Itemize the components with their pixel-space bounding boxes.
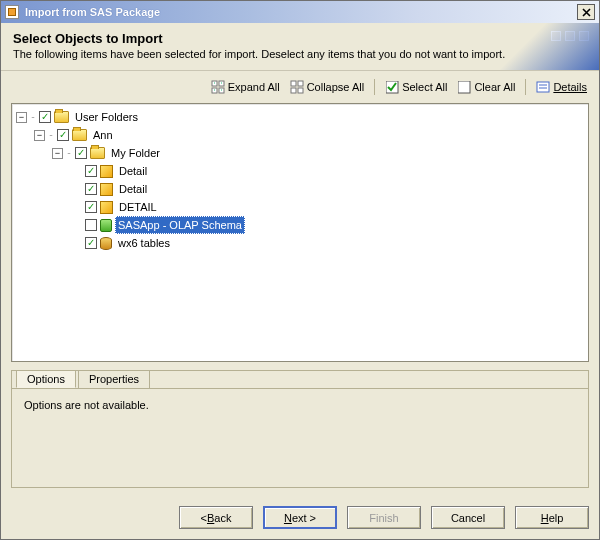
checkbox[interactable]: ✓ xyxy=(57,129,69,141)
finish-button: Finish xyxy=(347,506,421,529)
checkbox[interactable]: ✓ xyxy=(75,147,87,159)
tree-item[interactable]: ✓ DETAIL xyxy=(70,198,584,216)
select-all-icon xyxy=(385,80,399,94)
select-all-label: Select All xyxy=(402,81,447,93)
svg-rect-9 xyxy=(458,81,470,93)
tree-label: wx6 tables xyxy=(115,234,173,252)
checkbox[interactable]: ✓ xyxy=(39,111,51,123)
cube-icon xyxy=(100,201,113,214)
details-label: Details xyxy=(553,81,587,93)
options-message: Options are not available. xyxy=(24,399,149,411)
tree-label: Detail xyxy=(116,180,150,198)
expand-all-icon xyxy=(211,80,225,94)
tab-options[interactable]: Options xyxy=(16,370,76,388)
checkbox[interactable]: ✓ xyxy=(85,237,97,249)
expand-all-label: Expand All xyxy=(228,81,280,93)
svg-rect-5 xyxy=(298,81,303,86)
app-icon xyxy=(5,5,19,19)
checkbox[interactable]: ✓ xyxy=(85,201,97,213)
cube-icon xyxy=(100,183,113,196)
close-button[interactable] xyxy=(577,4,595,20)
next-button[interactable]: Next > xyxy=(263,506,337,529)
collapse-all-icon xyxy=(290,80,304,94)
svg-rect-6 xyxy=(291,88,296,93)
help-button[interactable]: Help xyxy=(515,506,589,529)
details-button[interactable]: Details xyxy=(536,80,587,94)
options-tabs: Options Properties xyxy=(12,370,588,388)
tree-label: SASApp - OLAP Schema xyxy=(115,216,245,234)
toolbar: Expand All Collapse All Select All Clear xyxy=(11,77,589,99)
tree-node-user-folders[interactable]: − ·· ✓ User Folders xyxy=(16,108,584,126)
toggle-collapse-icon[interactable]: − xyxy=(52,148,63,159)
expand-all-button[interactable]: Expand All xyxy=(211,80,280,94)
svg-rect-10 xyxy=(537,82,549,92)
page-title: Select Objects to Import xyxy=(13,31,587,46)
cube-icon xyxy=(100,165,113,178)
toggle-collapse-icon[interactable]: − xyxy=(34,130,45,141)
details-icon xyxy=(536,80,550,94)
title-bar: Import from SAS Package xyxy=(1,1,599,23)
folder-icon xyxy=(72,129,87,141)
tree-item-olap-schema[interactable]: SASApp - OLAP Schema xyxy=(70,216,584,234)
dialog-window: Import from SAS Package Select Objects t… xyxy=(0,0,600,540)
window-title: Import from SAS Package xyxy=(25,6,571,18)
tree-label: My Folder xyxy=(108,144,163,162)
collapse-all-button[interactable]: Collapse All xyxy=(290,80,364,94)
header-decoration xyxy=(551,31,589,41)
tree-item[interactable]: ✓ Detail xyxy=(70,180,584,198)
tree-item[interactable]: ✓ wx6 tables xyxy=(70,234,584,252)
toolbar-separator xyxy=(374,79,375,95)
close-icon xyxy=(582,8,591,17)
tree-label: User Folders xyxy=(72,108,141,126)
dialog-body: Expand All Collapse All Select All Clear xyxy=(1,71,599,498)
toolbar-separator xyxy=(525,79,526,95)
checkbox[interactable] xyxy=(85,219,97,231)
options-panel: Options Properties Options are not avail… xyxy=(11,370,589,488)
clear-all-label: Clear All xyxy=(474,81,515,93)
svg-rect-4 xyxy=(291,81,296,86)
tab-properties[interactable]: Properties xyxy=(78,370,150,388)
tree-label: DETAIL xyxy=(116,198,160,216)
wizard-footer: < Back Next > Finish Cancel Help xyxy=(1,498,599,539)
options-content: Options are not available. xyxy=(12,388,588,487)
wizard-header: Select Objects to Import The following i… xyxy=(1,23,599,71)
tree-node-ann[interactable]: − ·· ✓ Ann xyxy=(34,126,584,144)
objects-tree[interactable]: − ·· ✓ User Folders − ·· ✓ xyxy=(11,103,589,362)
tree-node-my-folder[interactable]: − ·· ✓ My Folder xyxy=(52,144,584,162)
checkbox[interactable]: ✓ xyxy=(85,165,97,177)
svg-rect-7 xyxy=(298,88,303,93)
tree-label: Ann xyxy=(90,126,116,144)
tree-label: Detail xyxy=(116,162,150,180)
tree-item[interactable]: ✓ Detail xyxy=(70,162,584,180)
library-icon xyxy=(100,237,112,250)
toggle-collapse-icon[interactable]: − xyxy=(16,112,27,123)
checkbox[interactable]: ✓ xyxy=(85,183,97,195)
back-button[interactable]: < Back xyxy=(179,506,253,529)
folder-icon xyxy=(54,111,69,123)
schema-icon xyxy=(100,219,112,232)
cancel-button[interactable]: Cancel xyxy=(431,506,505,529)
page-subtitle: The following items have been selected f… xyxy=(13,48,587,60)
select-all-button[interactable]: Select All xyxy=(385,80,447,94)
folder-icon xyxy=(90,147,105,159)
clear-all-icon xyxy=(457,80,471,94)
clear-all-button[interactable]: Clear All xyxy=(457,80,515,94)
collapse-all-label: Collapse All xyxy=(307,81,364,93)
